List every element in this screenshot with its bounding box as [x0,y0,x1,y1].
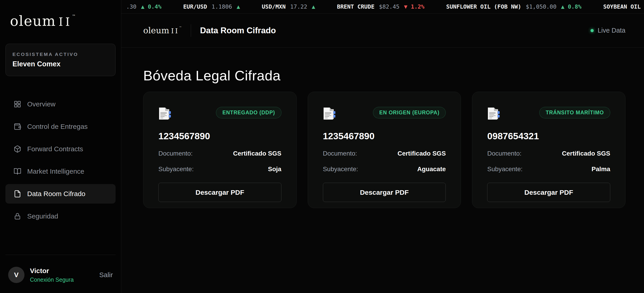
lock-icon [14,212,21,220]
underlying-value: Aguacate [417,166,446,173]
ticker-symbol: SUNFLOWER OIL (FOB NW) [446,3,521,10]
grid-icon [14,100,21,108]
active-ecosystem-card: ECOSISTEMA ACTIVO Eleven Comex [6,44,116,76]
wallet-icon [14,123,21,130]
status-badge: ENTREGADO (DDP) [216,107,281,118]
logo-suffix: II [171,27,179,35]
ecosystem-label: ECOSISTEMA ACTIVO [12,52,108,57]
sidebar-footer: V Victor Conexión Segura Salir [6,255,116,293]
sidebar-item-label: Seguridad [27,212,58,220]
ticker-change: ▲ [312,3,315,10]
ticker-symbol: SOYBEAN OIL [603,3,641,10]
contract-number: 0987654321 [487,131,610,142]
document-label: Documento: [487,150,522,157]
ticker-symbol: USD/MXN [262,3,286,10]
header-logo: oleumII™ [143,25,182,35]
logo-wordmark: oleum [10,13,56,29]
trademark-symbol: ™ [179,26,182,29]
underlying-label: Subyacente: [323,166,358,173]
trademark-symbol: ™ [72,14,76,18]
underlying-label: Subyacente: [487,166,522,173]
sidebar-item-label: Control de Entregas [27,123,88,130]
document-value: Certificado SGS [562,150,610,157]
logo-wordmark: oleum [143,25,169,35]
ticker-change: ▲ 0.8% [561,3,582,10]
sidebar-item-control-de-entregas[interactable]: Control de Entregas [6,117,116,136]
sidebar-item-forward-contracts[interactable]: Forward Contracts [6,139,116,159]
live-data-label: Live Data [598,27,626,34]
ticker-price: .30 [126,3,136,10]
sidebar: oleumII™ ECOSISTEMA ACTIVO Eleven Comex … [0,0,121,293]
ticker-change: ▲ 0.4% [141,3,161,10]
app-logo: oleumII™ [6,13,116,29]
file-icon [14,190,21,198]
sidebar-item-label: Overview [27,100,56,108]
sidebar-item-label: Data Room Cifrado [27,190,86,198]
status-badge: TRÁNSITO MARÍTIMO [539,107,610,118]
ticker-item: BRENT CRUDE $82.45 ▼ 1.2% [337,3,424,10]
status-badge: EN ORIGEN (EUROPA) [373,107,446,118]
ticker-item: SOYBEAN OIL [603,3,644,10]
open-book-icon [14,168,21,175]
underlying-label: Subyacente: [158,166,194,173]
vault-title: Bóveda Legal Cifrada [143,67,626,83]
page-title: Data Room Cifrado [200,26,276,35]
contract-number: 1234567890 [158,131,282,142]
ticker-item: USD/MXN 17.22 ▲ [262,3,315,10]
logout-button[interactable]: Salir [99,271,113,279]
main-content: Bóveda Legal Cifrada ENTREGADO (DDP) 123… [121,47,644,293]
live-data-indicator: Live Data [590,27,626,34]
ticker-item: SUNFLOWER OIL (FOB NW) $1,050.00 ▲ 0.8% [446,3,582,10]
contract-number: 1235467890 [323,131,446,142]
sidebar-item-overview[interactable]: Overview [6,94,116,114]
sidebar-item-label: Forward Contracts [27,145,83,153]
page-header: oleumII™ Data Room Cifrado Live Data [121,13,644,47]
ticker-price: 1.1806 [212,3,232,10]
underlying-value: Soja [268,166,282,173]
sidebar-item-data-room-cifrado[interactable]: Data Room Cifrado [6,184,116,204]
sidebar-item-label: Market Intelligence [27,168,84,175]
secure-connection-status: Conexión Segura [30,277,74,283]
document-card: TRÁNSITO MARÍTIMO 0987654321 Documento: … [472,92,626,208]
sidebar-nav: Overview Control de Entregas Forward Con… [6,94,116,226]
ticker-change: ▼ 1.2% [404,3,424,10]
ticker-change: ▲ [236,3,240,10]
download-pdf-button[interactable]: Descargar PDF [487,183,610,202]
ecosystem-name: Eleven Comex [12,60,108,68]
document-label: Documento: [323,150,357,157]
ticker-symbol: EUR/USD [183,3,207,10]
sidebar-item-market-intelligence[interactable]: Market Intelligence [6,162,116,181]
ticker-item: EUR/USD 1.1806 ▲ [183,3,240,10]
document-card: EN ORIGEN (EUROPA) 1235467890 Documento:… [308,92,461,208]
bookmark-tabs-icon [158,107,171,120]
ticker-price: 17.22 [290,3,307,10]
ticker-item: .30 ▲ 0.4% [122,3,161,10]
header-divider [191,24,191,37]
download-pdf-button[interactable]: Descargar PDF [323,183,446,202]
document-label: Documento: [158,150,192,157]
document-value: Certificado SGS [398,150,446,157]
avatar: V [8,267,24,283]
document-card: ENTREGADO (DDP) 1234567890 Documento: Ce… [143,92,296,208]
ticker-symbol: BRENT CRUDE [337,3,374,10]
logo-suffix: II [59,15,72,28]
live-dot-icon [590,29,594,32]
sidebar-item-seguridad[interactable]: Seguridad [6,207,116,226]
user-info: Victor Conexión Segura [30,267,74,283]
user-name: Victor [30,267,74,275]
document-value: Certificado SGS [233,150,281,157]
download-pdf-button[interactable]: Descargar PDF [158,183,282,202]
ticker-price: $82.45 [379,3,399,10]
underlying-value: Palma [592,166,610,173]
document-card-grid: ENTREGADO (DDP) 1234567890 Documento: Ce… [143,92,626,208]
bookmark-tabs-icon [323,107,336,120]
ticker-price: $1,050.00 [526,3,556,10]
bookmark-tabs-icon [487,107,500,120]
cube-icon [14,145,21,153]
